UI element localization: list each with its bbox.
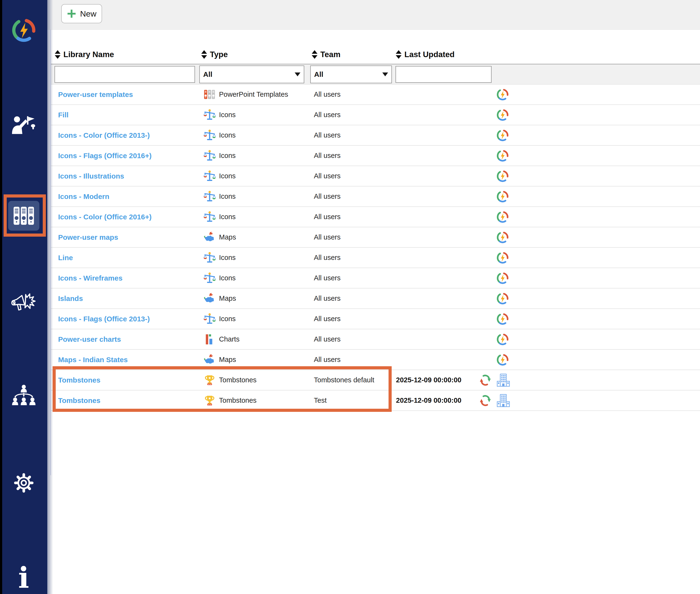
app-logo-icon[interactable] bbox=[496, 150, 509, 162]
library-name-link[interactable]: Icons - Flags (Office 2016+) bbox=[58, 152, 152, 160]
table-row: Line Icons All users bbox=[51, 248, 700, 268]
sidebar-item-presenter[interactable] bbox=[0, 115, 47, 140]
actions-cell bbox=[495, 313, 700, 325]
library-name-link[interactable]: Icons - Wireframes bbox=[58, 274, 123, 282]
sort-arrows-icon[interactable] bbox=[396, 50, 402, 59]
library-name-link[interactable]: Line bbox=[58, 254, 73, 262]
team-filter-select[interactable]: All bbox=[310, 66, 392, 83]
type-label: Icons bbox=[219, 213, 235, 221]
type-cell: Icons bbox=[199, 170, 310, 182]
table-row: Icons - Modern Icons All users bbox=[51, 187, 700, 207]
type-label: PowerPoint Templates bbox=[219, 91, 288, 98]
app-logo-icon[interactable] bbox=[496, 313, 509, 325]
team-cell: Tombstones default bbox=[310, 376, 395, 384]
library-name-link[interactable]: Icons - Flags (Office 2013-) bbox=[58, 315, 150, 323]
library-name-link[interactable]: Tombstones bbox=[58, 396, 100, 404]
team-label: All users bbox=[314, 335, 341, 343]
building-icon[interactable] bbox=[496, 394, 510, 407]
app-logo-icon[interactable] bbox=[496, 109, 509, 121]
icons-type-icon bbox=[204, 252, 216, 264]
library-name-cell: Islands bbox=[51, 295, 199, 303]
column-header-team[interactable]: Team bbox=[310, 50, 395, 59]
library-name-link[interactable]: Power-user maps bbox=[58, 233, 118, 241]
table-row: Icons - Flags (Office 2016+) Icons All u… bbox=[51, 146, 700, 166]
library-name-link[interactable]: Icons - Modern bbox=[58, 193, 109, 200]
sync-arrows-icon[interactable] bbox=[479, 374, 492, 387]
app-logo-icon[interactable] bbox=[496, 170, 509, 183]
library-name-link[interactable]: Power-user charts bbox=[58, 335, 121, 343]
page: i New Library Name Type Team bbox=[0, 0, 700, 594]
column-header-library-name[interactable]: Library Name bbox=[51, 50, 199, 59]
column-header-last-updated[interactable]: Last Updated bbox=[395, 50, 495, 59]
gear-icon bbox=[12, 471, 36, 495]
column-header-type[interactable]: Type bbox=[199, 50, 310, 59]
sidebar-active-tile bbox=[8, 201, 39, 231]
app-logo-icon[interactable] bbox=[496, 88, 509, 101]
library-name-cell: Icons - Wireframes bbox=[51, 274, 199, 282]
library-binders-icon bbox=[12, 205, 35, 226]
library-name-link[interactable]: Icons - Illustrations bbox=[58, 172, 124, 180]
team-label: All users bbox=[314, 254, 341, 261]
type-filter-select[interactable]: All bbox=[199, 66, 304, 83]
team-label: All users bbox=[314, 295, 341, 302]
maps-type-icon bbox=[204, 354, 216, 366]
library-name-link[interactable]: Maps - Indian States bbox=[58, 356, 128, 364]
sidebar-item-team-hierarchy[interactable] bbox=[0, 384, 47, 408]
sidebar-item-libraries[interactable] bbox=[0, 201, 47, 231]
sort-arrows-icon[interactable] bbox=[201, 50, 207, 59]
library-name-cell: Icons - Illustrations bbox=[51, 172, 199, 180]
library-name-link[interactable]: Tombstones bbox=[58, 376, 100, 384]
app-logo-icon[interactable] bbox=[496, 354, 509, 366]
library-name-link[interactable]: Islands bbox=[58, 295, 83, 302]
table-row: Fill Icons All users bbox=[51, 105, 700, 125]
app-logo-icon[interactable] bbox=[496, 252, 509, 264]
app-logo-icon bbox=[11, 18, 36, 43]
library-name-link[interactable]: Icons - Color (Office 2016+) bbox=[58, 213, 152, 221]
sidebar-item-info[interactable]: i bbox=[0, 562, 47, 593]
type-label: Icons bbox=[219, 254, 235, 262]
table-row: Power-user templates PowerPoint Template… bbox=[51, 85, 700, 105]
library-name-filter-input[interactable] bbox=[55, 66, 195, 83]
sidebar-item-app-logo[interactable] bbox=[0, 17, 47, 43]
sync-arrows-icon[interactable] bbox=[479, 394, 492, 407]
building-icon[interactable] bbox=[496, 373, 510, 387]
sort-arrows-icon[interactable] bbox=[312, 50, 317, 59]
sort-arrows-icon[interactable] bbox=[55, 50, 61, 59]
team-label: All users bbox=[314, 213, 341, 221]
type-label: Icons bbox=[219, 111, 235, 119]
team-cell: All users bbox=[310, 111, 395, 119]
app-logo-icon[interactable] bbox=[496, 231, 509, 243]
sidebar-item-settings[interactable] bbox=[0, 471, 47, 495]
app-logo-icon[interactable] bbox=[496, 292, 509, 305]
actions-cell bbox=[495, 354, 700, 366]
sidebar-item-announcements[interactable] bbox=[0, 291, 47, 316]
app-logo-icon[interactable] bbox=[496, 272, 509, 285]
actions-cell bbox=[495, 150, 700, 162]
last-updated-filter-input[interactable] bbox=[395, 66, 491, 83]
app-logo-icon[interactable] bbox=[496, 211, 509, 223]
type-cell: Maps bbox=[199, 231, 310, 243]
app-logo-icon[interactable] bbox=[496, 190, 509, 203]
new-button[interactable]: New bbox=[61, 4, 102, 23]
app-logo-icon[interactable] bbox=[496, 333, 509, 345]
library-name-link[interactable]: Fill bbox=[58, 111, 68, 119]
type-cell: Icons bbox=[199, 109, 310, 121]
type-label: Tombstones bbox=[219, 376, 256, 384]
library-name-cell: Icons - Color (Office 2016+) bbox=[51, 213, 199, 221]
plus-icon bbox=[67, 9, 76, 19]
actions-cell bbox=[495, 211, 700, 223]
table-row: Tombstones Tombstones Test 2025-12-09 00… bbox=[51, 391, 700, 411]
maps-type-icon bbox=[204, 231, 216, 243]
actions-cell bbox=[495, 129, 700, 142]
team-label: All users bbox=[314, 356, 341, 363]
library-name-link[interactable]: Icons - Color (Office 2013-) bbox=[58, 131, 150, 139]
type-cell: Tombstones bbox=[199, 395, 310, 406]
library-name-cell: Tombstones bbox=[51, 376, 199, 384]
icons-type-icon bbox=[204, 109, 216, 121]
type-label: Icons bbox=[219, 274, 235, 282]
library-name-link[interactable]: Power-user templates bbox=[58, 91, 133, 98]
icons-type-icon bbox=[204, 170, 216, 182]
team-label: All users bbox=[314, 233, 341, 241]
app-logo-icon[interactable] bbox=[496, 129, 509, 142]
icons-type-icon bbox=[204, 129, 216, 141]
